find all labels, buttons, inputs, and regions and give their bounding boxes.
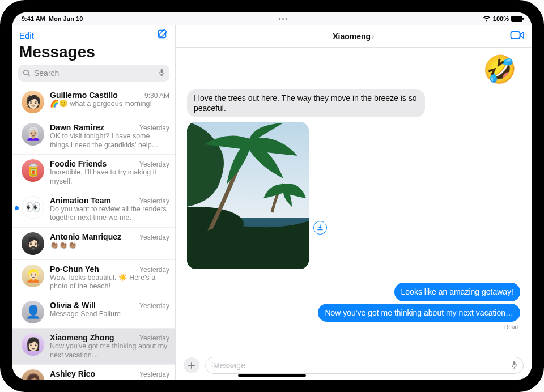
plus-icon xyxy=(188,361,196,369)
compose-icon xyxy=(157,28,168,40)
compose-button[interactable] xyxy=(157,28,168,42)
conversation-item[interactable]: 🥫 Foodie Friends Yesterday Incredible. I… xyxy=(12,155,175,191)
conversation-preview: Do you want to review all the renders to… xyxy=(50,205,169,223)
incoming-photo[interactable] xyxy=(187,122,309,269)
conversation-item[interactable]: 👩🏽 Ashley Rico Yesterday xyxy=(12,365,175,380)
conversation-time: Yesterday xyxy=(139,302,169,310)
conversation-time: 9:30 AM xyxy=(144,92,169,100)
conversation-time: Yesterday xyxy=(139,334,169,342)
message-input[interactable]: iMessage xyxy=(205,357,524,374)
search-placeholder: Search xyxy=(34,69,59,78)
conversation-item[interactable]: 👱🏻 Po-Chun Yeh Yesterday Wow, looks beau… xyxy=(12,260,175,296)
conversation-time: Yesterday xyxy=(139,233,169,241)
svg-rect-3 xyxy=(161,69,163,73)
battery-pct: 100% xyxy=(493,15,509,22)
home-indicator[interactable] xyxy=(238,374,306,377)
chat-title-button[interactable]: Xiaomeng › xyxy=(333,32,375,41)
multitask-dots[interactable] xyxy=(83,18,483,20)
incoming-message[interactable]: I love the trees out here. The way they … xyxy=(187,89,425,117)
chat-header: Xiaomeng › xyxy=(176,25,532,48)
conversation-name: Animation Team xyxy=(50,196,111,205)
conversation-preview: OK to visit tonight? I have some things … xyxy=(50,132,169,150)
save-photo-button[interactable] xyxy=(313,221,327,235)
download-icon xyxy=(317,224,324,231)
conversation-name: Olivia & Will xyxy=(50,301,96,310)
avatar: 🧑🏻 xyxy=(22,91,44,113)
conversation-name: Ashley Rico xyxy=(50,369,95,378)
apps-button[interactable] xyxy=(184,357,199,373)
conversation-item[interactable]: 🧑🏻 Guillermo Castillo 9:30 AM 🌈🙂 what a … xyxy=(12,86,175,118)
conversation-name: Foodie Friends xyxy=(50,159,107,168)
svg-point-1 xyxy=(24,70,29,75)
conversation-name: Po-Chun Yeh xyxy=(50,265,99,274)
conversation-item[interactable]: 👤 Olivia & Will Yesterday Message Send F… xyxy=(12,296,175,329)
avatar: 🥫 xyxy=(22,159,44,182)
search-icon xyxy=(23,69,31,77)
search-input[interactable]: Search xyxy=(18,65,169,82)
wifi-icon xyxy=(483,16,491,22)
conversation-preview: Now you've got me thinking about my next… xyxy=(50,342,169,360)
message-composer: iMessage xyxy=(176,355,532,380)
conversation-name: Dawn Ramirez xyxy=(50,123,104,132)
battery-icon xyxy=(511,16,522,22)
conversation-preview: Wow, looks beautiful. ☀️ Here's a photo … xyxy=(50,274,169,291)
read-receipt: Read xyxy=(187,324,520,330)
conversation-item[interactable]: 🧔🏻 Antonio Manriquez Yesterday 👏🏽👏🏽👏🏽 xyxy=(12,228,175,260)
outgoing-message[interactable]: Now you've got me thinking about my next… xyxy=(318,304,520,322)
conversation-name: Antonio Manriquez xyxy=(50,232,121,241)
avatar: 👀 xyxy=(22,196,44,219)
app-title: Messages xyxy=(12,42,175,65)
unread-indicator xyxy=(15,206,19,210)
avatar: 👩🏻 xyxy=(22,333,44,356)
tapback-emoji[interactable]: 🤣 xyxy=(187,53,520,89)
conversation-preview: Incredible. I'll have to try making it m… xyxy=(50,168,169,186)
conversation-item[interactable]: 👀 Animation Team Yesterday Do you want t… xyxy=(12,191,175,228)
status-bar: 9:41 AM Mon Jun 10 100% xyxy=(12,12,532,25)
status-time: 9:41 AM xyxy=(22,15,45,22)
avatar: 👤 xyxy=(22,301,44,323)
conversation-time: Yesterday xyxy=(139,370,169,378)
conversation-time: Yesterday xyxy=(139,160,169,168)
edit-button[interactable]: Edit xyxy=(19,31,34,40)
avatar: 👩🏽 xyxy=(22,369,44,380)
dictate-icon[interactable] xyxy=(159,69,165,78)
conversation-preview: 👏🏽👏🏽👏🏽 xyxy=(50,241,169,250)
status-date: Mon Jun 10 xyxy=(49,15,83,22)
conversation-preview: Message Send Failure xyxy=(50,310,169,319)
avatar: 👱🏻 xyxy=(22,265,44,287)
facetime-button[interactable] xyxy=(510,29,525,43)
chat-scroll[interactable]: 🤣 I love the trees out here. The way the… xyxy=(176,48,532,355)
chat-contact-name: Xiaomeng xyxy=(333,32,371,41)
conversation-sidebar: Edit Messages Search xyxy=(12,25,176,380)
conversation-name: Xiaomeng Zhong xyxy=(50,333,114,342)
message-placeholder: iMessage xyxy=(211,361,245,370)
svg-line-2 xyxy=(28,75,31,77)
conversation-time: Yesterday xyxy=(139,197,169,205)
dictate-icon[interactable] xyxy=(511,361,517,370)
conversation-preview: 🌈🙂 what a gorgeous morning! xyxy=(50,100,169,109)
avatar: 👩🏼‍🦳 xyxy=(22,123,44,146)
ipad-device-frame: 9:41 AM Mon Jun 10 100% Edit xyxy=(0,0,544,392)
conversation-list[interactable]: 🧑🏻 Guillermo Castillo 9:30 AM 🌈🙂 what a … xyxy=(12,86,175,380)
conversation-name: Guillermo Castillo xyxy=(50,91,118,100)
conversation-time: Yesterday xyxy=(139,266,169,274)
chevron-right-icon: › xyxy=(372,32,375,41)
screen: 9:41 AM Mon Jun 10 100% Edit xyxy=(12,12,532,380)
svg-rect-4 xyxy=(511,32,520,39)
svg-rect-8 xyxy=(513,361,516,365)
avatar: 🧔🏻 xyxy=(22,232,44,255)
chat-pane: Xiaomeng › 🤣 I love the trees out here. … xyxy=(176,25,532,380)
messages-app: Edit Messages Search xyxy=(12,25,532,380)
conversation-time: Yesterday xyxy=(139,124,169,132)
video-icon xyxy=(510,29,525,41)
conversation-item[interactable]: 👩🏻 Xiaomeng Zhong Yesterday Now you've g… xyxy=(12,329,175,365)
conversation-item[interactable]: 👩🏼‍🦳 Dawn Ramirez Yesterday OK to visit … xyxy=(12,118,175,155)
outgoing-message[interactable]: Looks like an amazing getaway! xyxy=(394,283,520,301)
